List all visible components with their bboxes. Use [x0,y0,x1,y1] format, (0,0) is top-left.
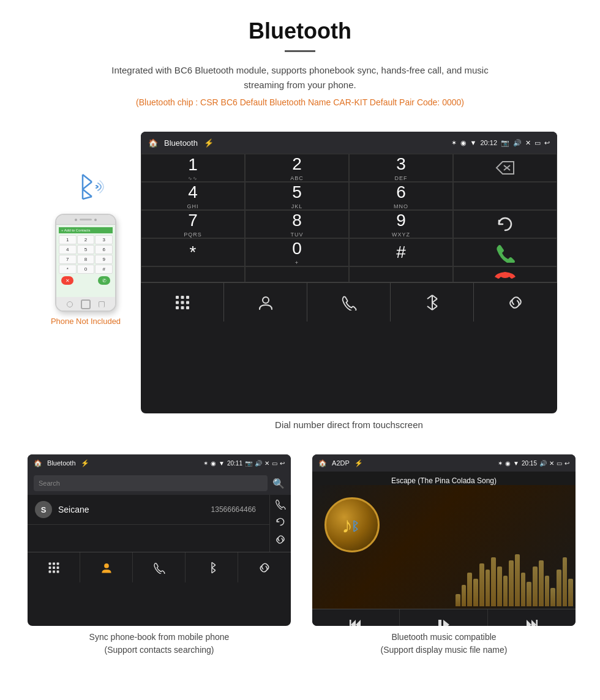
dial-key-9[interactable]: 9 WXYZ [349,210,453,238]
toolbar-dialpad-btn[interactable] [141,283,224,322]
dial-key-4[interactable]: 4 GHI [141,182,245,210]
contact-number: 13566664466 [211,505,256,514]
dial-key-0[interactable]: 0 + [245,238,349,266]
svg-rect-7 [176,296,179,299]
location-icon: ◉ [460,139,467,147]
pb-link-btn[interactable] [275,534,286,548]
svg-rect-48 [438,620,441,627]
svg-line-19 [432,299,437,303]
pb-home-icon[interactable]: 🏠 [34,459,42,467]
pb-toolbar-dialpad[interactable] [28,552,80,582]
pb-dialpad-icon [48,562,60,574]
toolbar-call-btn[interactable] [307,283,391,322]
dial-backspace-row1[interactable] [453,154,557,182]
music-back-icon[interactable]: ↩ [564,460,569,467]
eq-bar [563,557,568,606]
svg-rect-13 [176,306,179,309]
svg-rect-28 [53,566,55,569]
svg-line-18 [432,295,437,299]
dial-key-5[interactable]: 5 JKL [245,182,349,210]
pb-search-input[interactable]: Search [34,475,268,491]
dial-key-8[interactable]: 8 TUV [245,210,349,238]
pb-screen-icon[interactable]: ▭ [272,460,277,467]
link-icon [508,295,523,310]
dial-empty-r5c1 [141,266,245,282]
pb-cam-icon[interactable]: 📷 [245,460,252,467]
bluetooth-label: Bluetooth [164,138,198,148]
pb-call-btn[interactable] [275,499,286,513]
pb-vol-icon[interactable]: 🔊 [255,460,262,467]
dial-key-1[interactable]: 1 ∿∿ [141,154,245,182]
svg-rect-27 [48,566,51,569]
dial-call-button[interactable] [453,238,557,266]
back-icon[interactable]: ↩ [544,139,550,147]
music-play-pause-btn[interactable] [400,609,487,626]
pb-bottom-toolbar [28,552,291,582]
dial-refresh[interactable] [453,210,557,238]
music-status-right: ✶◉▼ 20:15 🔊 ✕ ▭ ↩ [498,460,569,467]
pb-toolbar-bluetooth[interactable] [186,552,238,582]
pb-bluetooth-label: Bluetooth [47,459,75,467]
dial-key-star[interactable]: * [141,238,245,266]
dial-key-2[interactable]: 2 ABC [245,154,349,182]
pb-refresh-icon [275,516,286,527]
music-vol-icon[interactable]: 🔊 [539,460,547,467]
call-green-icon [495,242,516,263]
music-display: 🏠 A2DP ⚡ ✶◉▼ 20:15 🔊 ✕ ▭ ↩ Escape (The P… [312,454,576,626]
pb-toolbar-phone[interactable] [133,552,186,582]
eq-bar [503,576,508,606]
toolbar-contacts-btn[interactable] [224,283,307,322]
svg-line-41 [354,521,358,523]
pb-search-icon[interactable]: 🔍 [272,478,285,489]
svg-point-33 [104,563,109,568]
pb-contacts-icon [100,562,113,574]
dial-key-6[interactable]: 6 MNO [349,182,453,210]
svg-line-42 [354,523,358,526]
dial-key-7[interactable]: 7 PQRS [141,210,245,238]
song-title: Escape (The Pina Colada Song) [312,472,576,485]
pb-toolbar-contacts[interactable] [80,552,133,582]
music-status-bar: 🏠 A2DP ⚡ ✶◉▼ 20:15 🔊 ✕ ▭ ↩ [312,454,576,472]
eq-bar [497,566,502,606]
page-description: Integrated with BC6 Bluetooth module, su… [92,63,508,92]
phone-icon [341,295,357,310]
svg-marker-50 [527,620,531,627]
phone-not-included-label: Phone Not Included [51,317,121,326]
svg-rect-26 [56,562,59,565]
music-controls [312,609,576,626]
close-icon[interactable]: ✕ [525,139,531,147]
music-close-icon[interactable]: ✕ [549,460,554,467]
eq-bar [515,554,520,606]
svg-rect-32 [56,570,59,573]
toolbar-bluetooth-btn[interactable] [391,283,474,322]
eq-bar [521,573,526,606]
dial-key-3[interactable]: 3 DEF [349,154,453,182]
pb-contact-row[interactable]: S Seicane 13566664466 [28,495,269,525]
svg-line-35 [212,562,216,565]
svg-line-38 [212,570,216,573]
svg-rect-31 [53,570,55,573]
backspace-icon [494,159,516,176]
dial-key-hash[interactable]: # [349,238,453,266]
music-prev-btn[interactable] [312,609,400,626]
usb-icon: ⚡ [204,138,214,148]
music-next-btn[interactable] [488,609,576,626]
dial-caption: Dial number direct from touchscreen [141,420,557,430]
svg-point-16 [263,297,269,303]
dial-hangup-button[interactable] [453,266,557,282]
camera-icon[interactable]: 📷 [501,139,509,147]
svg-line-2 [83,182,92,189]
volume-icon[interactable]: 🔊 [513,139,522,147]
home-icon[interactable]: 🏠 [148,138,158,148]
screen-icon[interactable]: ▭ [534,139,541,147]
eq-bar [533,566,538,606]
pb-back-icon[interactable]: ↩ [280,460,285,467]
dial-empty-r5c3 [349,266,453,282]
toolbar-link-btn[interactable] [474,283,557,322]
music-a2dp-label: A2DP [332,459,350,467]
pb-toolbar-link[interactable] [238,552,291,582]
pb-refresh-btn[interactable] [275,516,286,530]
music-screen-icon[interactable]: ▭ [557,460,562,467]
pb-close-icon[interactable]: ✕ [264,460,269,467]
music-home-icon[interactable]: 🏠 [318,459,327,467]
